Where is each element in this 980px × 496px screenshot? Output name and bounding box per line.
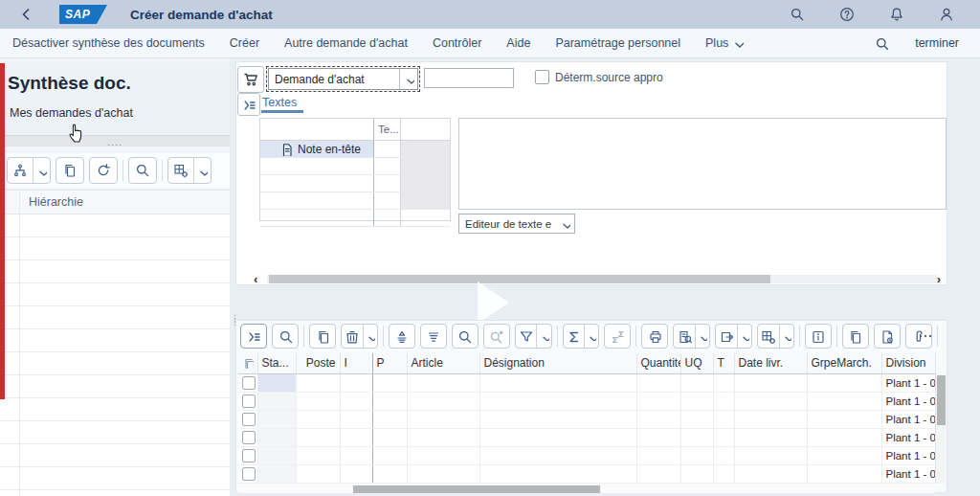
col-header-designation[interactable]: Désignation <box>479 353 636 373</box>
view-button[interactable] <box>673 324 710 349</box>
print-button[interactable] <box>641 324 668 349</box>
menu-item-deactivate-overview[interactable]: Désactiver synthèse des documents <box>0 36 217 50</box>
chevron-down-icon[interactable] <box>363 325 377 348</box>
sort-ascending-button[interactable] <box>389 324 415 349</box>
menu-item-check[interactable]: Contrôler <box>420 36 494 50</box>
texts-row-empty[interactable] <box>260 210 450 227</box>
chevron-down-icon[interactable] <box>779 325 793 348</box>
row-select-checkbox[interactable] <box>242 413 256 426</box>
col-header-status[interactable]: Sta... <box>257 353 296 373</box>
finish-button[interactable]: terminer <box>915 36 959 50</box>
division-cell[interactable]: Plant 1 - 0 <box>881 446 935 464</box>
menu-item-other-requisition[interactable]: Autre demande d'achat <box>272 36 420 50</box>
horizontal-scrollbar-thumb[interactable] <box>269 275 770 283</box>
col-header-article[interactable]: Article <box>407 353 479 373</box>
division-cell[interactable]: Plant 1 - 0 <box>881 464 935 483</box>
export-button[interactable] <box>715 324 752 349</box>
table-row[interactable]: Plant 1 - 0 <box>238 428 935 446</box>
refresh-button[interactable] <box>89 157 118 184</box>
panel-splitter-horizontal[interactable]: .... <box>0 136 230 147</box>
items-horizontal-scrollbar[interactable] <box>238 485 935 493</box>
col-header-t[interactable]: T <box>713 353 734 373</box>
col-header-grpemarch[interactable]: GrpeMarch. <box>807 353 881 373</box>
row-select-checkbox[interactable] <box>242 467 256 481</box>
col-header-poste[interactable]: Poste <box>296 353 340 373</box>
source-determination-checkbox[interactable] <box>535 70 549 84</box>
menu-item-personal-settings[interactable]: Paramétrage personnel <box>543 36 693 50</box>
text-editor-area[interactable] <box>458 118 947 210</box>
horizontal-scrollbar-thumb[interactable] <box>353 485 600 493</box>
select-all-header[interactable] <box>238 353 257 373</box>
table-settings-button[interactable] <box>757 324 794 349</box>
col-header-i[interactable]: I <box>340 353 372 373</box>
tab-textes[interactable]: Textes <box>262 96 297 109</box>
duplicate-button[interactable] <box>842 324 869 349</box>
chevron-down-icon[interactable] <box>737 325 751 348</box>
col-header-quantite[interactable]: Quantité <box>636 353 680 373</box>
col-header-date-livr[interactable]: Date livr. <box>734 353 807 373</box>
chevron-down-icon[interactable] <box>193 158 211 183</box>
chevron-down-icon[interactable] <box>33 158 50 183</box>
video-play-icon[interactable] <box>478 282 509 324</box>
table-row[interactable]: Plant 1 - 0 <box>238 464 935 483</box>
texts-row-empty[interactable] <box>260 192 450 210</box>
item-overview-button[interactable] <box>237 93 260 116</box>
sort-descending-button[interactable] <box>420 324 447 349</box>
menu-item-help[interactable]: Aide <box>494 36 543 50</box>
document-type-select[interactable]: Demande d'achat <box>268 68 418 90</box>
division-cell[interactable]: Plant 1 - 0 <box>881 392 935 410</box>
division-cell[interactable]: Plant 1 - 0 <box>881 410 935 428</box>
table-row[interactable]: Plant 1 - 0 <box>238 446 935 464</box>
chevron-down-icon[interactable] <box>695 325 709 348</box>
chevron-down-icon[interactable] <box>536 325 550 348</box>
row-select-checkbox[interactable] <box>242 449 256 462</box>
table-row[interactable]: Plant 1 - 0 <box>238 410 935 428</box>
overflow-button[interactable] <box>918 328 933 344</box>
vertical-scrollbar-thumb[interactable] <box>937 375 946 425</box>
items-vertical-scrollbar[interactable] <box>935 374 947 484</box>
back-icon[interactable] <box>19 7 34 22</box>
menu-item-more[interactable]: Plus <box>693 36 756 50</box>
hierarchy-button[interactable] <box>7 157 51 184</box>
division-cell[interactable]: Plant 1 - 0 <box>881 373 935 392</box>
sum-button[interactable] <box>563 324 600 349</box>
item-overview-toggle-button[interactable] <box>240 324 267 349</box>
find-button[interactable] <box>452 324 479 349</box>
hierarchy-empty-rows[interactable] <box>0 214 230 496</box>
row-select-checkbox[interactable] <box>242 431 256 444</box>
scroll-left-arrow[interactable]: ‹ <box>254 272 257 286</box>
search-button[interactable] <box>128 157 157 184</box>
filter-button[interactable] <box>515 324 552 349</box>
copy-button[interactable] <box>56 157 84 184</box>
document-number-input[interactable] <box>424 68 514 88</box>
notifications-icon[interactable] <box>882 3 911 26</box>
text-editor-select[interactable]: Editeur de texte e ... <box>458 214 575 234</box>
cart-button[interactable] <box>237 66 264 93</box>
menu-search-icon[interactable] <box>875 36 888 50</box>
chevron-down-icon[interactable] <box>584 325 598 348</box>
table-row[interactable]: Plant 1 - 0 <box>238 392 935 410</box>
info-button[interactable] <box>805 324 832 349</box>
table-settings-button[interactable] <box>167 157 212 184</box>
texts-row-empty[interactable] <box>260 158 450 175</box>
services-button[interactable] <box>874 324 901 349</box>
texts-row-header-note[interactable]: Note en-tête <box>260 141 450 158</box>
overview-subtitle[interactable]: Mes demandes d'achat <box>10 106 133 120</box>
help-icon[interactable] <box>833 3 861 26</box>
row-select-checkbox[interactable] <box>242 395 256 408</box>
row-select-checkbox[interactable] <box>242 376 256 390</box>
division-cell[interactable]: Plant 1 - 0 <box>881 428 935 446</box>
search-icon[interactable] <box>783 3 812 26</box>
col-header-uq[interactable]: UQ <box>680 353 713 373</box>
col-header-division[interactable]: Division <box>881 353 935 373</box>
show-details-button[interactable] <box>272 324 299 349</box>
col-header-p[interactable]: P <box>372 353 407 373</box>
menu-item-create[interactable]: Créer <box>217 36 272 50</box>
copy-item-button[interactable] <box>309 324 336 349</box>
scroll-right-arrow[interactable]: › <box>937 272 941 286</box>
horizontal-scrollbar[interactable] <box>267 275 937 283</box>
profile-icon[interactable] <box>932 3 961 26</box>
texts-row-empty[interactable] <box>260 175 450 192</box>
delete-button[interactable] <box>341 324 378 349</box>
table-row[interactable]: Plant 1 - 0 <box>238 373 935 392</box>
